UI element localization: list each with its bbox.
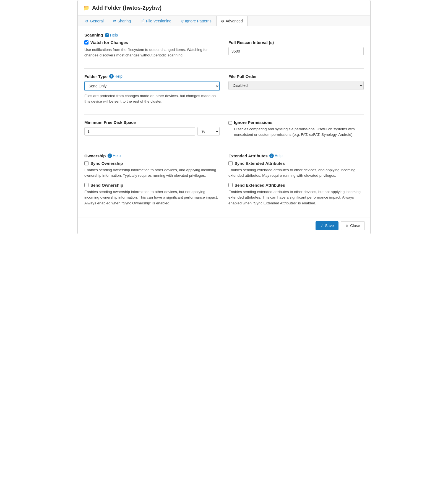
folder-type-help-icon: ?: [109, 74, 114, 79]
watch-for-changes-text: Watch for Changes: [90, 40, 128, 45]
extended-attributes-right: Extended Attributes ? Help Sync Extended…: [228, 153, 364, 210]
ignore-permissions-content: Ignore Permissions Disables comparing an…: [234, 120, 364, 142]
folder-type-description: Files are protected from changes made on…: [84, 93, 220, 105]
file-versioning-icon: 📄: [140, 19, 145, 23]
folder-type-left: Folder Type ? Help Send Only Send & Rece…: [84, 74, 220, 109]
send-extended-item: Send Extended Attributes Enables sending…: [228, 183, 364, 206]
tab-bar: ⚙ General ⇄ Sharing 📄 File Versioning ▽ …: [78, 16, 370, 26]
save-button[interactable]: ✓ Save: [316, 221, 338, 230]
disk-space-row: % kB MB GB: [84, 127, 220, 136]
send-ownership-checkbox[interactable]: [84, 183, 88, 187]
extended-attributes-header: Extended Attributes ? Help: [228, 153, 364, 158]
scanning-two-col: Watch for Changes Use notifications from…: [84, 40, 364, 63]
tab-advanced-label: Advanced: [226, 19, 243, 23]
sync-ownership-row: Sync Ownership: [84, 161, 220, 166]
tab-sharing[interactable]: ⇄ Sharing: [108, 16, 136, 26]
extended-attributes-help-label: Help: [275, 153, 283, 158]
tab-ignore-patterns-label: Ignore Patterns: [185, 19, 212, 23]
divider-1: [84, 68, 364, 69]
extended-attributes-help-link[interactable]: ? Help: [269, 153, 283, 158]
sync-ownership-description: Enables sending ownership information to…: [84, 167, 220, 179]
send-ownership-item: Send Ownership Enables sending ownership…: [84, 183, 220, 206]
scanning-help-label: Help: [110, 33, 118, 37]
scanning-help-link[interactable]: ? Help: [105, 33, 118, 37]
scanning-left: Watch for Changes Use notifications from…: [84, 40, 220, 63]
tab-file-versioning-label: File Versioning: [146, 19, 171, 23]
ignore-permissions-label[interactable]: Ignore Permissions: [234, 120, 272, 125]
scanning-help-icon: ?: [105, 33, 109, 37]
sync-extended-description: Enables sending extended attributes to o…: [228, 167, 364, 179]
watch-for-changes-label[interactable]: Watch for Changes: [84, 40, 220, 45]
watch-for-changes-description: Use notifications from the filesystem to…: [84, 47, 220, 58]
disk-space-left: Minimum Free Disk Space % kB MB GB: [84, 120, 220, 142]
sync-extended-row: Sync Extended Attributes: [228, 161, 364, 166]
sync-ownership-label[interactable]: Sync Ownership: [90, 161, 123, 166]
close-button[interactable]: ✕ Close: [341, 221, 365, 230]
tab-general-label: General: [90, 19, 104, 23]
disk-space-input[interactable]: [84, 127, 195, 136]
modal-body: Scanning ? Help Watch for Changes Use no…: [78, 26, 370, 217]
file-pull-order-right: File Pull Order Disabled Random Alphabet…: [228, 74, 364, 109]
folder-type-select[interactable]: Send Only Send & Receive Receive Only Re…: [84, 82, 220, 90]
folder-type-help-label: Help: [114, 74, 123, 79]
save-label: Save: [325, 223, 334, 228]
save-icon: ✓: [320, 223, 324, 228]
scanning-right: Full Rescan Interval (s): [228, 40, 364, 63]
folder-type-help-link[interactable]: ? Help: [109, 74, 123, 79]
modal-footer: ✓ Save ✕ Close: [78, 217, 370, 234]
disk-space-section: Minimum Free Disk Space % kB MB GB Ignor…: [84, 120, 364, 142]
send-extended-description: Enables sending extended attributes to o…: [228, 189, 364, 206]
full-rescan-input[interactable]: [228, 47, 364, 55]
tab-advanced[interactable]: ⚙ Advanced: [216, 16, 248, 26]
ownership-left: Ownership ? Help Sync Ownership Enables …: [84, 153, 220, 210]
send-ownership-label[interactable]: Send Ownership: [90, 183, 123, 188]
divider-2: [84, 114, 364, 115]
disk-space-label: Minimum Free Disk Space: [84, 120, 220, 125]
modal-header: 📁 Add Folder (hwtos-2pybw): [78, 0, 370, 16]
sync-extended-checkbox[interactable]: [228, 161, 233, 165]
disk-space-unit-select[interactable]: % kB MB GB: [197, 127, 220, 136]
sync-ownership-item: Sync Ownership Enables sending ownership…: [84, 161, 220, 179]
tab-general[interactable]: ⚙ General: [80, 16, 108, 26]
tab-sharing-label: Sharing: [118, 19, 131, 23]
sync-extended-label[interactable]: Sync Extended Attributes: [235, 161, 285, 166]
sharing-icon: ⇄: [113, 19, 116, 23]
ownership-extended-section: Ownership ? Help Sync Ownership Enables …: [84, 153, 364, 210]
add-folder-modal: 📁 Add Folder (hwtos-2pybw) ⚙ General ⇄ S…: [77, 0, 371, 234]
ignore-permissions-description: Disables comparing and syncing file perm…: [234, 126, 364, 138]
ignore-permissions-checkbox[interactable]: [228, 121, 232, 125]
sync-extended-item: Sync Extended Attributes Enables sending…: [228, 161, 364, 179]
ignore-permissions-row: Ignore Permissions Disables comparing an…: [228, 120, 364, 142]
send-extended-label[interactable]: Send Extended Attributes: [235, 183, 285, 188]
send-extended-checkbox[interactable]: [228, 183, 233, 187]
sync-ownership-checkbox[interactable]: [84, 161, 88, 165]
send-ownership-row: Send Ownership: [84, 183, 220, 188]
tab-ignore-patterns[interactable]: ▽ Ignore Patterns: [176, 16, 216, 26]
watch-for-changes-checkbox[interactable]: [84, 40, 88, 45]
tab-file-versioning[interactable]: 📄 File Versioning: [136, 16, 176, 26]
full-rescan-label: Full Rescan Interval (s): [228, 40, 364, 45]
ownership-header: Ownership ? Help: [84, 153, 220, 158]
advanced-icon: ⚙: [221, 19, 224, 23]
scanning-header: Scanning ? Help: [84, 33, 364, 37]
ownership-help-link[interactable]: ? Help: [108, 153, 121, 158]
scanning-section: Scanning ? Help Watch for Changes Use no…: [84, 33, 364, 63]
close-label: Close: [350, 223, 360, 228]
general-icon: ⚙: [85, 19, 88, 23]
ownership-label: Ownership: [84, 153, 106, 158]
folder-icon: 📁: [83, 5, 89, 11]
folder-type-header: Folder Type ? Help: [84, 74, 220, 79]
close-icon: ✕: [345, 223, 349, 228]
extended-attributes-label: Extended Attributes: [228, 153, 268, 158]
ownership-help-label: Help: [113, 153, 121, 158]
modal-title: Add Folder (hwtos-2pybw): [92, 5, 162, 11]
file-pull-order-select[interactable]: Disabled Random Alphabetic Smallest Firs…: [228, 81, 364, 90]
send-ownership-description: Enables sending ownership information to…: [84, 189, 220, 206]
folder-type-label: Folder Type: [84, 74, 108, 79]
send-extended-row: Send Extended Attributes: [228, 183, 364, 188]
ownership-help-icon: ?: [108, 153, 112, 158]
divider-3: [84, 148, 364, 148]
folder-type-section: Folder Type ? Help Send Only Send & Rece…: [84, 74, 364, 109]
file-pull-order-label: File Pull Order: [228, 74, 364, 79]
ignore-patterns-icon: ▽: [181, 19, 184, 23]
